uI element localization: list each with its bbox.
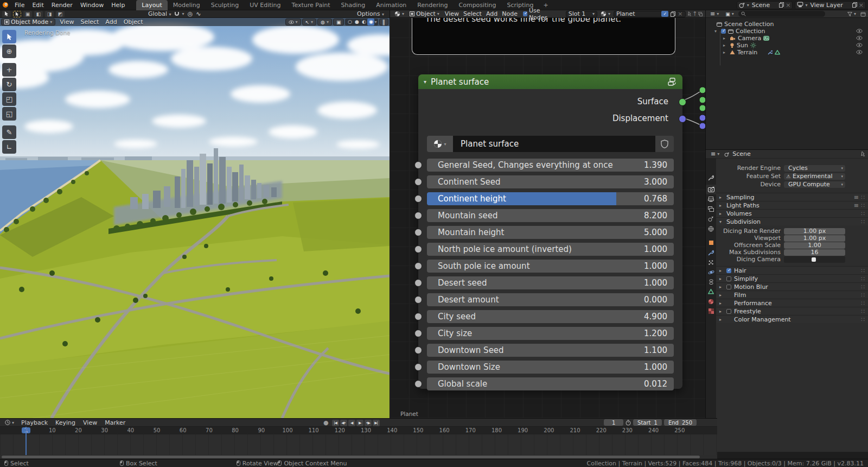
- tab-constraints[interactable]: [706, 277, 716, 287]
- playback-button[interactable]: •▶: [365, 420, 372, 426]
- stopwatch-icon[interactable]: [626, 420, 631, 426]
- workspace-tab[interactable]: UV Editing: [244, 0, 286, 10]
- timeline[interactable]: ▾ PlaybackKeyingViewMarker ● |◀◀•◀▶•▶▶| …: [0, 418, 717, 459]
- new-scene-icon[interactable]: [779, 2, 784, 8]
- expander-icon[interactable]: ▸: [723, 36, 727, 41]
- outliner-row-scene-collection[interactable]: Scene Collection: [706, 21, 868, 28]
- property-dropdown[interactable]: ⚠ Experimental ▾: [784, 173, 845, 180]
- panel-header[interactable]: ▸ Performance ∷: [716, 299, 868, 307]
- playback-button[interactable]: ▶|: [373, 420, 380, 426]
- viewport-menu[interactable]: Add: [102, 18, 120, 26]
- panel-checkbox[interactable]: [726, 285, 731, 289]
- move-tool[interactable]: +: [2, 63, 16, 77]
- shading-solid-icon[interactable]: ●: [353, 18, 360, 26]
- tab-output[interactable]: [706, 194, 716, 204]
- tab-particles[interactable]: [706, 257, 716, 267]
- panel-header[interactable]: ▸ Film ∷: [716, 291, 868, 299]
- topbar-menu[interactable]: Edit: [28, 2, 47, 9]
- outliner[interactable]: ≡▾ ▣▾ ▾ Scene Collection ▾ Collection: [705, 10, 868, 149]
- snap-settings-dropdown[interactable]: ▾: [182, 11, 184, 16]
- shader-editor-menu[interactable]: Node: [500, 10, 520, 17]
- timeline-menu[interactable]: Keying: [52, 419, 79, 426]
- options-dropdown[interactable]: Options ▾: [357, 10, 384, 17]
- outliner-filter-type-dropdown[interactable]: ▣▾: [723, 11, 736, 17]
- pause-render-button[interactable]: ‖: [379, 18, 389, 26]
- timeline-menu[interactable]: Marker: [101, 419, 129, 426]
- timeline-menu[interactable]: Playback: [17, 419, 52, 426]
- select-mode-subtract-icon[interactable]: ◨: [45, 11, 54, 17]
- workspace-tab[interactable]: Modeling: [168, 0, 206, 10]
- outliner-row-sun[interactable]: ▸ Sun: [706, 42, 868, 49]
- node-param-slider[interactable]: General Seed, Changes everything at once…: [427, 159, 674, 172]
- topbar-menu[interactable]: File: [11, 2, 28, 9]
- shading-wireframe-icon[interactable]: ○: [346, 18, 353, 26]
- shader-editor-menu[interactable]: View: [443, 10, 461, 17]
- new-view-layer-icon[interactable]: [852, 2, 857, 8]
- tab-object[interactable]: [706, 238, 716, 248]
- editor-type-dropdown[interactable]: ≡▾: [709, 150, 722, 157]
- tab-texture[interactable]: [706, 306, 716, 316]
- node-param-slider[interactable]: Desert amount 0.000: [427, 293, 674, 306]
- cursor-tool[interactable]: ⊕: [2, 45, 16, 58]
- pin-icon[interactable]: [860, 151, 865, 157]
- properties-editor[interactable]: ≡▾ Scene: [705, 149, 868, 452]
- tab-scene[interactable]: [706, 214, 716, 224]
- collection-checkbox[interactable]: [721, 29, 726, 34]
- start-frame-field[interactable]: Start1: [633, 419, 662, 426]
- playback-button[interactable]: |◀: [332, 420, 339, 426]
- view-layer-selector[interactable]: ▾ View Layer ×: [795, 1, 866, 9]
- object-visibility-dropdown[interactable]: ▾: [285, 18, 301, 26]
- select-mode-new-icon[interactable]: ▣: [23, 11, 32, 17]
- topbar-menu[interactable]: Render: [48, 2, 76, 9]
- playback-button[interactable]: ◀•: [340, 420, 347, 426]
- scene-selector[interactable]: ▾ Scene ×: [737, 1, 793, 9]
- tab-view-layer[interactable]: [706, 204, 716, 214]
- measure-tool[interactable]: ∟: [2, 140, 16, 154]
- proportional-edit-icon[interactable]: ◎: [188, 10, 193, 17]
- node-param-slider[interactable]: Mountain seed 8.200: [427, 209, 674, 222]
- workspace-tab[interactable]: Layout: [136, 0, 167, 10]
- hide-eye-icon[interactable]: [856, 29, 863, 33]
- hide-eye-icon[interactable]: [856, 43, 863, 47]
- gizmos-dropdown[interactable]: ↖▾: [302, 18, 317, 26]
- node-param-slider[interactable]: Continent height 0.768: [427, 192, 674, 205]
- viewport-menu[interactable]: Select: [77, 18, 102, 26]
- viewport-menu[interactable]: View: [56, 18, 77, 26]
- rotate-tool[interactable]: ↻: [2, 78, 16, 91]
- pin-icon[interactable]: [687, 11, 692, 17]
- use-nodes-toggle[interactable]: Use Nodes: [521, 7, 558, 21]
- planet-surface-node[interactable]: ▾ Planet surface Surface Displacement ▾ …: [418, 74, 682, 389]
- tab-object-data[interactable]: [706, 287, 716, 296]
- node-param-slider[interactable]: Global scale 0.012: [427, 377, 674, 390]
- render-slots-icon[interactable]: [698, 11, 703, 17]
- group-browse-dropdown[interactable]: ▾: [427, 136, 453, 152]
- outliner-display-mode-dropdown[interactable]: ≡▾: [708, 10, 721, 17]
- snap-node-icon[interactable]: ↑: [692, 10, 697, 17]
- panel-checkbox[interactable]: [726, 309, 731, 314]
- shading-material-icon[interactable]: ◐: [360, 18, 367, 26]
- property-dropdown[interactable]: Cycles ▾: [784, 165, 845, 172]
- panel-header[interactable]: ▸ Motion Blur ∷: [716, 282, 868, 291]
- viewport-menu[interactable]: Object: [120, 18, 146, 26]
- property-value-field[interactable]: 16: [784, 249, 845, 256]
- shader-editor[interactable]: ▾ Object ▾ ViewSelectAddNode Use Nodes S…: [390, 10, 705, 418]
- end-frame-field[interactable]: End250: [664, 419, 697, 426]
- workspace-tab[interactable]: Sculpting: [206, 0, 244, 10]
- node-param-slider[interactable]: Downtown Size 1.000: [427, 361, 674, 374]
- overlays-dropdown[interactable]: ◍▾: [317, 18, 332, 26]
- property-value-field[interactable]: 1.00 px: [784, 228, 845, 235]
- xray-toggle[interactable]: ▣: [333, 18, 344, 26]
- shader-type-dropdown[interactable]: Object ▾: [407, 10, 442, 17]
- group-name-field[interactable]: Planet surface: [453, 136, 655, 152]
- slot-dropdown[interactable]: Slot 1 ▾: [566, 11, 597, 17]
- hide-eye-icon[interactable]: [856, 50, 863, 54]
- transform-tool[interactable]: ◱: [2, 107, 16, 121]
- expander-icon[interactable]: ▸: [723, 50, 727, 55]
- playback-button[interactable]: ▶: [356, 420, 363, 426]
- tab-render[interactable]: [706, 185, 716, 194]
- node-param-slider[interactable]: City seed 4.900: [427, 310, 674, 323]
- transform-orientation-dropdown[interactable]: Global ▾: [148, 10, 171, 17]
- timeline-ruler[interactable]: 1102030405060708090100110120130140150160…: [0, 427, 717, 434]
- output-socket-surface[interactable]: Surface: [418, 93, 682, 110]
- shading-rendered-icon[interactable]: ◉: [367, 18, 374, 26]
